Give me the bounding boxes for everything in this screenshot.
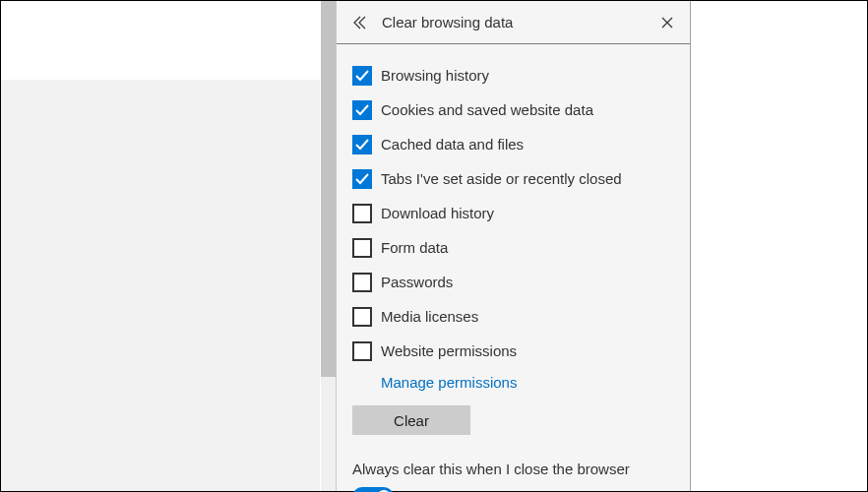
item-label: Tabs I've set aside or recently closed: [381, 170, 622, 187]
item-label: Passwords: [381, 274, 453, 290]
checkbox[interactable]: [352, 341, 372, 361]
item-browsing-history[interactable]: Browsing history: [352, 58, 674, 92]
item-passwords[interactable]: Passwords: [352, 265, 674, 299]
item-label: Browsing history: [381, 67, 489, 84]
items-list: Browsing history Cookies and saved websi…: [337, 44, 690, 492]
panel-border: [690, 1, 691, 491]
background-area: [691, 1, 867, 491]
item-label: Website permissions: [381, 342, 517, 359]
toggle-state-label: On: [403, 489, 423, 493]
item-label: Form data: [381, 239, 448, 256]
background-area: [192, 1, 320, 80]
panel-title: Clear browsing data: [382, 14, 656, 31]
scrollbar-thumb[interactable]: [321, 1, 336, 377]
checkbox[interactable]: [352, 169, 372, 189]
item-website-permissions[interactable]: Website permissions: [352, 334, 674, 368]
close-icon[interactable]: [656, 12, 678, 33]
item-label: Download history: [381, 205, 494, 221]
background-area: [1, 1, 193, 80]
always-clear-label: Always clear this when I close the brows…: [352, 461, 674, 477]
panel-header: Clear browsing data: [337, 1, 690, 44]
checkbox[interactable]: [352, 273, 372, 292]
item-cookies[interactable]: Cookies and saved website data: [352, 92, 674, 127]
item-download-history[interactable]: Download history: [352, 196, 674, 230]
back-icon[interactable]: [350, 12, 372, 33]
checkbox[interactable]: [352, 204, 372, 223]
checkbox[interactable]: [352, 307, 372, 327]
always-clear-toggle[interactable]: [352, 487, 394, 492]
checkbox[interactable]: [352, 135, 372, 154]
item-label: Cookies and saved website data: [381, 101, 593, 118]
item-media-licenses[interactable]: Media licenses: [352, 299, 674, 334]
item-label: Cached data and files: [381, 136, 524, 153]
checkbox[interactable]: [352, 66, 372, 86]
clear-browsing-data-panel: Clear browsing data Browsing history Coo…: [336, 1, 690, 491]
always-clear-toggle-row: On: [352, 487, 674, 492]
item-cached-data[interactable]: Cached data and files: [352, 127, 674, 161]
manage-permissions-link[interactable]: Manage permissions: [381, 374, 517, 391]
checkbox[interactable]: [352, 100, 372, 120]
item-label: Media licenses: [381, 308, 478, 325]
checkbox[interactable]: [352, 238, 372, 258]
clear-button[interactable]: Clear: [352, 405, 470, 435]
item-form-data[interactable]: Form data: [352, 230, 674, 265]
item-tabs-set-aside[interactable]: Tabs I've set aside or recently closed: [352, 161, 674, 196]
background-area: [1, 80, 320, 491]
